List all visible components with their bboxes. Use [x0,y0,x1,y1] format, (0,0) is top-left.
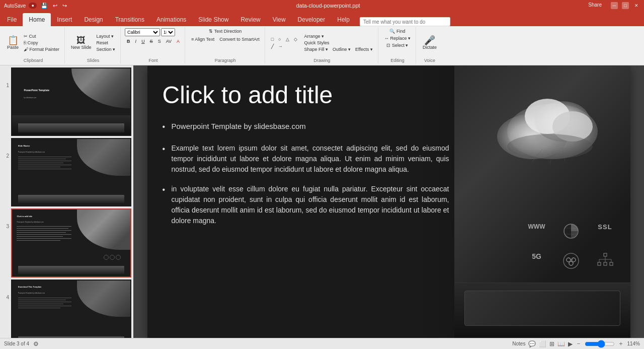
char-spacing-button[interactable]: AV [164,38,174,44]
slide-thumb-4[interactable]: Download This Template Powerpoint Templa… [11,280,131,338]
svg-rect-21 [604,262,607,265]
zoom-out-icon[interactable]: － [576,339,582,348]
tab-animations[interactable]: Animations [150,13,192,26]
tablet-decoration [454,283,630,338]
tab-developer[interactable]: Developer [292,13,332,26]
format-painter-button[interactable]: 🖌 Format Painter [22,46,61,52]
slide3-sub-text: Powerpoint Template by slidesbase.com [17,221,43,223]
ribbon-group-slides: 🖼 New Slide Layout ▾ Reset Section ▾ Sli… [66,27,121,64]
network-icon-box [590,252,620,277]
svg-point-5 [507,134,593,159]
save-icon[interactable]: 💾 [40,2,49,10]
copy-button[interactable]: ⎘ Copy [22,40,61,46]
underline-button[interactable]: U [139,38,147,44]
shadow-button[interactable]: S [156,38,163,44]
slide2-sub-text: Powerpoint Template by slidesbase.com [18,151,45,153]
minimize-button[interactable]: ─ [611,2,618,9]
cut-button[interactable]: ✂ Cut [22,33,61,39]
slide-number-2: 2 [2,153,9,159]
smartart-button[interactable]: Convert to SmartArt [217,36,262,42]
paste-button[interactable]: 📋 Paste [5,35,21,51]
shape4-button[interactable]: ◇ [292,36,299,42]
quick-styles-button[interactable]: Quick Styles [302,40,375,46]
section-button[interactable]: Section ▾ [95,46,118,52]
replace-button[interactable]: ↔ Replace ▾ [382,35,413,41]
ribbon-group-editing: 🔍 Find ↔ Replace ▾ ⊡ Select ▾ Editing [379,27,416,64]
undo-icon[interactable]: ↩ [52,2,58,10]
tab-home[interactable]: Home [23,13,51,26]
www-icon-box: WWW [522,223,552,248]
arrange-button[interactable]: Arrange ▾ [302,33,375,39]
slide-thumb-3[interactable]: Click to add title Powerpoint Template b… [11,208,131,277]
5g-icon-box: 5G [522,252,552,277]
slideshow-icon[interactable]: ▶ [568,340,573,347]
zoom-level: 114% [627,341,640,346]
normal-view-icon[interactable]: ⬜ [539,340,546,347]
italic-button[interactable]: I [133,38,139,44]
font-color-button[interactable]: A [175,38,182,44]
drawing-label: Drawing [313,57,330,63]
slide-thumb-container-3: 3 Click to add title Powerpoint Template… [2,208,131,277]
select-button[interactable]: ⊡ Select ▾ [384,42,410,48]
find-button[interactable]: 🔍 Find [387,28,407,34]
shape2-button[interactable]: ○ [276,36,283,42]
ribbon-group-paragraph: ⇅ Text Direction ≡ Align Text Convert to… [186,27,265,64]
svg-rect-20 [598,262,601,265]
close-button[interactable]: ✕ [633,2,640,9]
ssl-icon-box: SSL [590,223,620,248]
voice-label: Voice [424,57,435,63]
tab-review[interactable]: Review [234,13,266,26]
share-button[interactable]: Share [588,2,602,9]
search-input[interactable] [360,17,450,26]
tab-file[interactable]: File [1,13,23,26]
slide1-title: PowerPoint Template [24,89,49,92]
redo-icon[interactable]: ↪ [61,2,68,10]
shape-fill-button[interactable]: Shape Fill ▾ [302,46,331,52]
accessibility-icon[interactable]: ⚙ [33,340,39,347]
slide-sorter-icon[interactable]: ⊞ [549,340,554,347]
layout-button[interactable]: Layout ▾ [95,33,118,39]
strikethrough-button[interactable]: S [148,38,155,44]
bold-button[interactable]: B [125,38,132,44]
tab-slideshow[interactable]: Slide Show [192,13,234,26]
slide-thumb-2[interactable]: Slide Master Powerpoint Template by slid… [11,138,131,206]
slide-thumb-1[interactable]: PowerPoint Template by slidesbase.com [11,67,131,136]
cloud-image [472,81,613,172]
reset-button[interactable]: Reset [95,40,118,46]
paste-icon: 📋 [8,36,19,45]
line-button[interactable]: ╱ [269,43,276,49]
new-slide-button[interactable]: 🖼 New Slide [69,35,94,51]
font-family-select[interactable]: Calibri [125,28,160,36]
zoom-in-icon[interactable]: ＋ [618,339,624,348]
slide-right-panel: WWW [454,66,630,338]
cloud-circle-icon-box [556,252,586,277]
autosave-toggle[interactable]: ● [29,3,36,9]
tab-transitions[interactable]: Transitions [109,13,150,26]
shape-effects-button[interactable]: Effects ▾ [353,46,375,52]
align-text-button[interactable]: ≡ Align Text [189,36,216,42]
shape1-button[interactable]: □ [269,36,276,42]
restore-button[interactable]: □ [622,2,629,9]
slide-canvas[interactable]: WWW [147,66,630,338]
slide-title[interactable]: Click to add title [163,81,449,109]
font-size-select[interactable]: 18 [161,28,175,36]
zoom-slider[interactable] [585,340,615,348]
tab-design[interactable]: Design [78,13,109,26]
text-direction-button[interactable]: ⇅ Text Direction [207,28,244,34]
shape-outline-button[interactable]: Outline ▾ [331,46,353,52]
dictate-button[interactable]: 🎤 Dictate [421,35,439,51]
reading-view-icon[interactable]: 📖 [557,340,565,347]
arrow-button[interactable]: → [276,43,285,49]
tab-help[interactable]: Help [331,13,356,26]
quick-access-toolbar: AutoSave ● 💾 ↩ ↪ [4,2,68,10]
comments-icon[interactable]: 💬 [528,340,536,347]
tab-insert[interactable]: Insert [51,13,78,26]
notes-button[interactable]: Notes [512,341,525,346]
slide-number-4: 4 [2,295,9,300]
font-label: Font [149,57,158,63]
shape3-button[interactable]: △ [284,36,291,42]
slide-number-1: 1 [2,83,9,88]
bullet-2: Example text lorem ipsum dolor sit amet,… [163,143,449,175]
main-area: 1 PowerPoint Template by slidesbase.com … [0,65,644,338]
tab-view[interactable]: View [267,13,292,26]
